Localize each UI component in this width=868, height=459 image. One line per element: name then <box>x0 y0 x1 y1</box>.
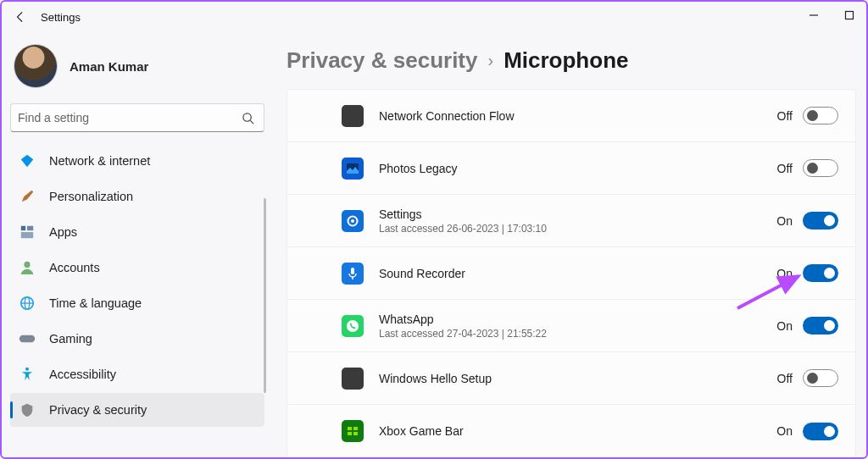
sidebar-item-label: Privacy & security <box>49 403 147 417</box>
accessibility-icon <box>19 366 36 383</box>
app-row-sound-recorder: Sound Recorder On <box>287 247 855 300</box>
sidebar-item-label: Network & internet <box>49 154 150 168</box>
content-area: Aman Kumar Network & internetPersonaliza… <box>2 32 866 457</box>
person-icon <box>19 259 36 276</box>
maximize-icon <box>844 10 854 20</box>
main-panel: Privacy & security › Microphone Network … <box>273 32 866 457</box>
minimize-icon <box>809 10 819 20</box>
app-text: WhatsApp Last accessed 27-04-2023 | 21:5… <box>379 312 547 340</box>
back-button[interactable] <box>8 5 32 29</box>
sidebar-item-label: Apps <box>49 225 77 239</box>
profile-block[interactable]: Aman Kumar <box>10 37 264 103</box>
xbox-icon <box>342 420 364 442</box>
maximize-button[interactable] <box>839 5 860 25</box>
minimize-button[interactable] <box>804 5 824 25</box>
sidebar-item-label: Time & language <box>49 296 142 310</box>
chevron-right-icon: › <box>487 51 493 70</box>
sidebar-item-accounts[interactable]: Accounts <box>10 251 264 285</box>
sidebar-item-network-internet[interactable]: Network & internet <box>10 144 264 178</box>
diamond-icon <box>19 152 36 169</box>
sidebar: Aman Kumar Network & internetPersonaliza… <box>2 32 273 457</box>
apps-icon <box>19 224 36 241</box>
square-icon <box>342 105 364 127</box>
sidebar-item-time-language[interactable]: Time & language <box>10 286 264 320</box>
sidebar-item-gaming[interactable]: Gaming <box>10 322 264 356</box>
titlebar: Settings <box>2 2 866 32</box>
breadcrumb-root[interactable]: Privacy & security <box>287 47 477 74</box>
svg-point-18 <box>347 320 359 332</box>
nav-list: Network & internetPersonalizationAppsAcc… <box>10 144 264 427</box>
svg-rect-1 <box>846 12 854 19</box>
window-controls <box>804 5 860 25</box>
microphone-toggle[interactable] <box>803 317 838 335</box>
app-name: Network Connection Flow <box>379 109 515 123</box>
shield-icon <box>19 401 36 418</box>
app-state: Off <box>777 159 838 177</box>
svg-rect-16 <box>351 268 354 274</box>
microphone-toggle[interactable] <box>803 107 838 124</box>
app-text: Photos Legacy <box>379 162 458 175</box>
whatsapp-icon <box>342 315 364 337</box>
app-state: On <box>776 317 838 335</box>
app-row-network-connection-flow: Network Connection Flow Off <box>287 90 855 142</box>
app-state: Off <box>777 369 838 387</box>
photo-icon <box>342 158 364 180</box>
sidebar-item-label: Gaming <box>49 332 92 346</box>
app-name: WhatsApp <box>379 312 547 326</box>
svg-rect-21 <box>348 432 352 435</box>
sidebar-item-label: Personalization <box>49 190 133 203</box>
sidebar-item-accessibility[interactable]: Accessibility <box>10 357 264 391</box>
svg-rect-19 <box>348 427 352 430</box>
toggle-state-label: Off <box>777 162 793 175</box>
app-name: Sound Recorder <box>379 267 465 280</box>
app-text: Windows Hello Setup <box>379 372 492 385</box>
microphone-toggle[interactable] <box>803 212 838 230</box>
search-button[interactable] <box>238 108 257 127</box>
app-row-settings: Settings Last accessed 26-06-2023 | 17:0… <box>287 195 855 247</box>
toggle-state-label: On <box>776 424 793 438</box>
svg-rect-11 <box>19 335 35 342</box>
sidebar-item-privacy-security[interactable]: Privacy & security <box>10 393 264 427</box>
settings-window: Settings Aman Kumar Network & internetPe… <box>0 0 868 459</box>
app-row-xbox-game-bar: Xbox Game Bar On <box>287 405 855 457</box>
gear-icon <box>342 210 364 232</box>
square-icon <box>342 368 364 390</box>
toggle-state-label: On <box>776 267 793 280</box>
app-last-accessed: Last accessed 26-06-2023 | 17:03:10 <box>379 223 547 235</box>
svg-point-7 <box>24 262 30 268</box>
app-permission-list: Network Connection Flow Off Photos Legac… <box>287 89 856 457</box>
app-state: Off <box>777 107 838 124</box>
app-name: Settings <box>379 207 547 221</box>
sidebar-item-personalization[interactable]: Personalization <box>10 180 264 213</box>
search-icon <box>242 112 254 124</box>
svg-line-3 <box>250 120 253 124</box>
brush-icon <box>19 188 36 205</box>
svg-rect-5 <box>27 226 33 230</box>
sidebar-item-label: Accounts <box>49 261 100 274</box>
sidebar-scrollbar[interactable] <box>264 198 266 393</box>
microphone-toggle[interactable] <box>803 264 838 282</box>
breadcrumb-leaf: Microphone <box>504 47 628 74</box>
sidebar-item-apps[interactable]: Apps <box>10 215 264 249</box>
search-box[interactable] <box>10 103 264 132</box>
microphone-toggle[interactable] <box>803 159 838 177</box>
svg-rect-4 <box>21 226 25 230</box>
svg-point-15 <box>351 219 354 223</box>
app-name: Photos Legacy <box>379 162 458 175</box>
app-state: On <box>776 264 838 282</box>
toggle-state-label: On <box>776 214 793 228</box>
toggle-state-label: Off <box>777 109 793 123</box>
search-input[interactable] <box>18 111 238 124</box>
microphone-toggle[interactable] <box>803 423 838 440</box>
sidebar-item-label: Accessibility <box>49 368 116 381</box>
app-name: Xbox Game Bar <box>379 424 464 438</box>
mic-icon <box>342 263 364 285</box>
app-name: Windows Hello Setup <box>379 372 492 385</box>
app-text: Xbox Game Bar <box>379 424 464 438</box>
window-title: Settings <box>41 11 81 24</box>
microphone-toggle[interactable] <box>803 369 838 387</box>
svg-rect-6 <box>21 232 33 238</box>
app-text: Settings Last accessed 26-06-2023 | 17:0… <box>379 207 547 235</box>
svg-point-2 <box>242 113 250 120</box>
toggle-state-label: On <box>776 319 793 333</box>
